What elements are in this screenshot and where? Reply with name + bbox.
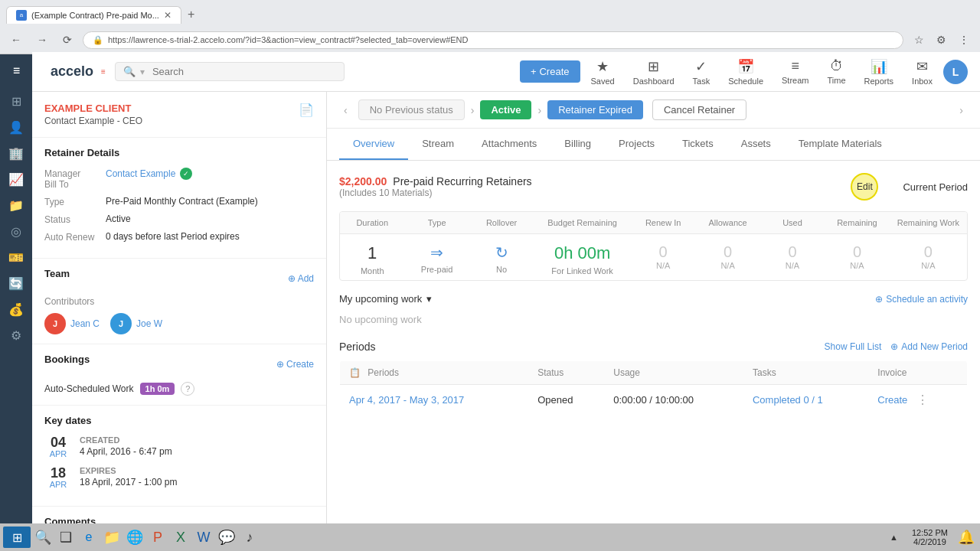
inbox-icon: ✉ — [916, 58, 928, 75]
active-tab[interactable]: a (Example Contract) Pre-paid Mo... ✕ — [6, 6, 181, 24]
taskbar-chrome-icon[interactable]: 🌐 — [124, 527, 145, 548]
schedule-activity-button[interactable]: ⊕ Schedule an activity — [875, 294, 968, 305]
tab-assets[interactable]: Assets — [727, 129, 785, 160]
remaining-work-sub: N/A — [894, 261, 962, 270]
renewin-sub: N/A — [635, 261, 691, 270]
search-input[interactable] — [152, 66, 336, 77]
tab-tickets[interactable]: Tickets — [668, 129, 727, 160]
add-new-period-button[interactable]: ⊕ Add New Period — [890, 341, 968, 352]
green-check-icon: ✓ — [180, 168, 192, 180]
period-status: Opened — [537, 394, 573, 406]
taskbar-excel-icon[interactable]: X — [170, 527, 191, 548]
show-full-list-button[interactable]: Show Full List — [825, 341, 882, 352]
auto-renew-label: Auto Renew — [44, 231, 106, 243]
add-team-button[interactable]: ⊕ Add — [288, 273, 314, 284]
dashboard-nav-item[interactable]: ⊞ Dashboard — [626, 55, 682, 89]
bookmark-btn[interactable]: ☆ — [910, 31, 929, 49]
tab-attachments[interactable]: Attachments — [468, 129, 550, 160]
period-date-range[interactable]: Apr 4, 2017 - May 3, 2017 — [349, 394, 464, 406]
client-name[interactable]: EXAMPLE CLIENT — [44, 103, 142, 114]
taskbar-ppt-icon[interactable]: P — [147, 527, 168, 548]
expires-date-info: EXPIRES 18 April, 2017 - 1:00 pm — [80, 466, 177, 487]
tab-overview[interactable]: Overview — [339, 129, 408, 160]
duration-table: Duration Type Rollover Budget Remaining … — [339, 211, 968, 281]
start-button[interactable]: ⊞ — [3, 527, 31, 548]
tab-template-materials[interactable]: Template Materials — [785, 129, 896, 160]
taskbar-music-icon[interactable]: ♪ — [239, 527, 260, 548]
browser-actions: ☆ ⚙ ⋮ — [910, 31, 974, 49]
tab-stream[interactable]: Stream — [408, 129, 468, 160]
reports-nav-item[interactable]: 📊 Reports — [857, 55, 902, 89]
jean-name[interactable]: Jean C — [70, 318, 100, 329]
tab-close-btn[interactable]: ✕ — [164, 10, 172, 21]
next-status-button[interactable]: › — [955, 103, 968, 118]
taskbar-slack-icon[interactable]: 💬 — [216, 527, 237, 548]
bookings-section: Bookings ⊕ Create Auto-Scheduled Work 1h… — [32, 344, 326, 405]
used-col-header: Used — [760, 217, 825, 229]
completed-tasks-link[interactable]: Completed 0 / 1 — [753, 394, 823, 406]
periods-table-body: Apr 4, 2017 - May 3, 2017 Opened 0:00:00… — [340, 385, 968, 416]
duration-header: Duration Type Rollover Budget Remaining … — [340, 212, 967, 234]
schedule-nav-item[interactable]: 📅 Schedule — [720, 55, 771, 89]
hamburger-icon[interactable]: ☰ — [0, 60, 32, 81]
taskbar-word-icon[interactable]: W — [193, 527, 214, 548]
retainer-title-row: $2,200.00 Pre-paid Recurring Retainers — [339, 175, 532, 187]
new-tab-button[interactable]: + — [185, 5, 198, 24]
cancel-retainer-button[interactable]: Cancel Retainer — [652, 99, 746, 120]
tab-projects[interactable]: Projects — [605, 129, 668, 160]
nav-projects-icon[interactable]: 📁 — [2, 193, 30, 217]
nav-retainers-icon[interactable]: 🔄 — [2, 271, 30, 295]
taskbar-task-view-icon[interactable]: ❑ — [55, 527, 77, 548]
nav-expenses-icon[interactable]: 💰 — [2, 297, 30, 321]
retainer-details-section: Retainer Details Manager Bill To Contact… — [32, 138, 326, 258]
create-button[interactable]: + Create — [520, 60, 580, 83]
search-area[interactable]: 🔍 ▾ — [115, 62, 345, 81]
nav-tickets-icon[interactable]: 🎫 — [2, 245, 30, 269]
task-nav-item[interactable]: ✓ Task — [685, 55, 718, 89]
forward-button[interactable]: → — [32, 31, 52, 49]
prev-status-button[interactable]: ‹ — [339, 103, 352, 118]
comments-title: Comments — [44, 516, 314, 523]
file-icon[interactable]: 📄 — [299, 103, 314, 117]
expires-day: 18 — [44, 466, 72, 480]
refresh-button[interactable]: ⟳ — [58, 31, 77, 49]
nav-contacts-icon[interactable]: 👤 — [2, 115, 30, 139]
create-booking-button[interactable]: ⊕ Create — [276, 359, 314, 370]
allowance-col-header: Allowance — [695, 217, 760, 229]
contributor-jean[interactable]: J — [44, 313, 66, 334]
saved-nav-item[interactable]: ★ Saved — [583, 55, 622, 89]
back-button[interactable]: ← — [6, 31, 26, 49]
nav-companies-icon[interactable]: 🏢 — [2, 141, 30, 165]
taskbar-search-icon[interactable]: 🔍 — [32, 527, 54, 548]
taskbar: ⊞ 🔍 ❑ e 📁 🌐 P X W 💬 ♪ ▲ 12:52 PM 4/2/201… — [0, 523, 980, 551]
joe-name[interactable]: Joe W — [136, 318, 162, 329]
current-period-label: Current Period — [903, 181, 968, 193]
logo-bars-icon: ≡ — [101, 67, 106, 76]
user-avatar[interactable]: L — [943, 60, 968, 84]
nav-milestones-icon[interactable]: ◎ — [2, 219, 30, 243]
stream-nav-item[interactable]: ≡ Stream — [774, 55, 816, 88]
tab-billing[interactable]: Billing — [550, 129, 605, 160]
type-label: Type — [44, 196, 106, 207]
search-dropdown-icon[interactable]: ▾ — [140, 67, 145, 77]
retainer-expired-button[interactable]: Retainer Expired — [547, 100, 643, 119]
taskbar-file-icon[interactable]: 📁 — [101, 527, 122, 548]
contributor-joe[interactable]: J — [110, 313, 132, 334]
taskbar-notification-icon[interactable]: 🔔 — [956, 527, 977, 548]
inbox-nav-item[interactable]: ✉ Inbox — [904, 55, 940, 89]
nav-sales-icon[interactable]: 📈 — [2, 167, 30, 191]
period-more-button[interactable]: ⋮ — [916, 393, 929, 407]
extensions-btn[interactable]: ⚙ — [932, 31, 951, 49]
upcoming-title[interactable]: My upcoming work ▾ — [339, 293, 432, 305]
nav-home-icon[interactable]: ⊞ — [2, 89, 30, 113]
menu-btn[interactable]: ⋮ — [954, 31, 974, 49]
tab-favicon: a — [16, 10, 27, 21]
address-bar[interactable]: 🔒 https://lawrence-s-trial-2.accelo.com/… — [83, 31, 903, 49]
time-nav-item[interactable]: ⏱ Time — [820, 55, 854, 88]
budget-col-header: Budget Remaining — [534, 217, 631, 229]
edit-button[interactable]: Edit — [851, 173, 878, 201]
help-icon[interactable]: ? — [181, 382, 194, 396]
taskbar-edge-icon[interactable]: e — [78, 527, 100, 548]
create-invoice-button[interactable]: Create — [877, 394, 907, 406]
nav-settings-icon[interactable]: ⚙ — [2, 323, 30, 347]
